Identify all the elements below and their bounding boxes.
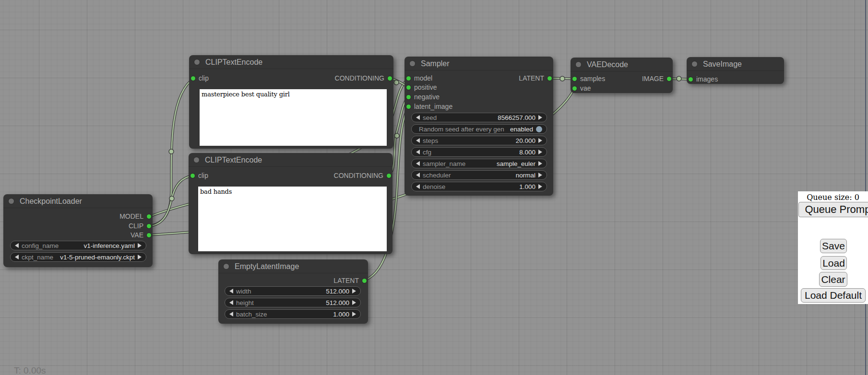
widget-denoise[interactable]: denoise 1.000 — [411, 182, 547, 191]
widget-cfg[interactable]: cfg 8.000 — [411, 147, 547, 157]
widget-random-seed-toggle[interactable]: Random seed after every gen enabled — [411, 124, 547, 134]
load-default-button[interactable]: Load Default — [801, 288, 866, 303]
port-dot-icon[interactable] — [388, 76, 392, 81]
widget-scheduler[interactable]: scheduler normal — [411, 170, 547, 180]
port-dot-icon[interactable] — [689, 77, 693, 82]
input-port-samples[interactable]: samples — [572, 74, 605, 83]
widget-value: 512.000 — [254, 288, 349, 295]
node-clip-text-encode-positive[interactable]: CLIPTextEncode clip CONDITIONING masterp… — [189, 55, 393, 149]
save-button[interactable]: Save — [820, 239, 847, 253]
port-dot-icon[interactable] — [667, 77, 671, 81]
port-label: clip — [198, 172, 208, 179]
node-titlebar[interactable]: CheckpointLoader — [3, 194, 153, 208]
decrement-arrow-icon[interactable] — [416, 173, 420, 177]
output-port-latent[interactable]: LATENT — [333, 276, 367, 285]
widget-label: scheduler — [423, 172, 451, 179]
node-titlebar[interactable]: VAEDecode — [571, 58, 673, 71]
increment-arrow-icon[interactable] — [352, 312, 356, 316]
load-button[interactable]: Load — [820, 256, 847, 270]
increment-arrow-icon[interactable] — [538, 115, 542, 120]
decrement-arrow-icon[interactable] — [416, 138, 420, 143]
node-titlebar[interactable]: CLIPTextEncode — [189, 153, 392, 167]
port-dot-icon[interactable] — [547, 76, 552, 81]
node-status-dot-icon — [224, 264, 229, 269]
increment-arrow-icon[interactable] — [538, 150, 542, 154]
input-port-model[interactable]: model — [406, 74, 432, 82]
prompt-textarea[interactable]: masterpiece best quality girl — [200, 89, 387, 146]
node-checkpoint-loader[interactable]: CheckpointLoader MODEL CLIP VAE config_n… — [3, 194, 153, 267]
output-port-conditioning[interactable]: CONDITIONING — [334, 171, 391, 180]
node-titlebar[interactable]: CLIPTextEncode — [189, 55, 393, 69]
increment-arrow-icon[interactable] — [352, 300, 356, 305]
output-port-image[interactable]: IMAGE — [642, 74, 671, 83]
port-dot-icon[interactable] — [406, 85, 411, 90]
widget-steps[interactable]: steps 20.000 — [411, 136, 547, 145]
port-dot-icon[interactable] — [387, 174, 391, 178]
widget-config-name[interactable]: config_name v1-inference.yaml — [10, 241, 146, 250]
increment-arrow-icon[interactable] — [538, 184, 542, 189]
node-clip-text-encode-negative[interactable]: CLIPTextEncode clip CONDITIONING bad han… — [189, 153, 392, 254]
input-port-vae[interactable]: vae — [572, 84, 591, 93]
output-port-clip[interactable]: CLIP — [129, 222, 151, 230]
decrement-arrow-icon[interactable] — [229, 289, 233, 293]
node-empty-latent-image[interactable]: EmptyLatentImage LATENT width 512.000 he… — [218, 259, 368, 324]
decrement-arrow-icon[interactable] — [416, 115, 420, 120]
node-sampler[interactable]: Sampler model positive negative latent_i… — [404, 57, 553, 196]
input-port-clip[interactable]: clip — [191, 74, 209, 82]
increment-arrow-icon[interactable] — [538, 173, 542, 177]
node-titlebar[interactable]: EmptyLatentImage — [218, 259, 368, 273]
port-dot-icon[interactable] — [147, 233, 151, 237]
port-dot-icon[interactable] — [191, 76, 195, 81]
increment-arrow-icon[interactable] — [538, 138, 542, 143]
increment-arrow-icon[interactable] — [138, 243, 142, 248]
input-port-positive[interactable]: positive — [406, 83, 437, 92]
queue-prompt-button[interactable]: Queue Prompt — [798, 202, 868, 217]
decrement-arrow-icon[interactable] — [416, 161, 420, 166]
input-port-clip[interactable]: clip — [190, 171, 208, 180]
decrement-arrow-icon[interactable] — [416, 184, 420, 189]
port-dot-icon[interactable] — [572, 77, 577, 81]
increment-arrow-icon[interactable] — [352, 289, 356, 293]
output-port-model[interactable]: MODEL — [119, 212, 151, 221]
widget-batch-size[interactable]: batch_size 1.000 — [225, 309, 361, 319]
node-vae-decode[interactable]: VAEDecode samples vae IMAGE — [571, 58, 673, 93]
widget-height[interactable]: height 512.000 — [225, 298, 361, 307]
node-titlebar[interactable]: SaveImage — [687, 57, 784, 71]
widget-width[interactable]: width 512.000 — [225, 286, 361, 296]
increment-arrow-icon[interactable] — [138, 255, 142, 259]
increment-arrow-icon[interactable] — [538, 161, 542, 166]
decrement-arrow-icon[interactable] — [229, 312, 233, 316]
toggle-dot-icon[interactable] — [536, 126, 542, 132]
decrement-arrow-icon[interactable] — [416, 150, 420, 154]
output-port-vae[interactable]: VAE — [131, 231, 151, 239]
prompt-textarea[interactable]: bad hands — [198, 187, 387, 251]
graph-canvas[interactable]: { "canvas": { "timer_label": "T: 0.00s" … — [0, 0, 868, 375]
input-port-images[interactable]: images — [689, 75, 718, 83]
output-port-conditioning[interactable]: CONDITIONING — [335, 74, 392, 82]
port-dot-icon[interactable] — [190, 174, 195, 178]
input-port-negative[interactable]: negative — [406, 93, 440, 101]
decrement-arrow-icon[interactable] — [15, 243, 19, 248]
widget-value: sample_euler — [468, 160, 535, 167]
widget-seed[interactable]: seed 8566257.000 — [411, 113, 547, 122]
node-titlebar[interactable]: Sampler — [404, 57, 553, 70]
node-title: SaveImage — [703, 57, 742, 71]
widget-ckpt-name[interactable]: ckpt_name v1-5-pruned-emaonly.ckpt — [10, 252, 146, 262]
port-dot-icon[interactable] — [406, 95, 411, 99]
port-dot-icon[interactable] — [362, 279, 367, 283]
output-port-latent[interactable]: LATENT — [519, 74, 552, 82]
port-dot-icon[interactable] — [406, 105, 411, 109]
input-port-latent-image[interactable]: latent_image — [406, 102, 452, 111]
link-midpoint-dot — [560, 76, 565, 81]
decrement-arrow-icon[interactable] — [229, 300, 233, 305]
port-dot-icon[interactable] — [147, 214, 151, 219]
widget-sampler-name[interactable]: sampler_name sample_euler — [411, 159, 547, 168]
decrement-arrow-icon[interactable] — [15, 255, 19, 259]
port-dot-icon[interactable] — [406, 76, 411, 81]
widget-label: cfg — [423, 149, 431, 156]
port-dot-icon[interactable] — [572, 86, 577, 91]
node-save-image[interactable]: SaveImage images — [687, 57, 784, 84]
clear-button[interactable]: Clear — [819, 272, 847, 287]
link-midpoint-dot — [394, 133, 399, 138]
port-dot-icon[interactable] — [147, 224, 151, 228]
